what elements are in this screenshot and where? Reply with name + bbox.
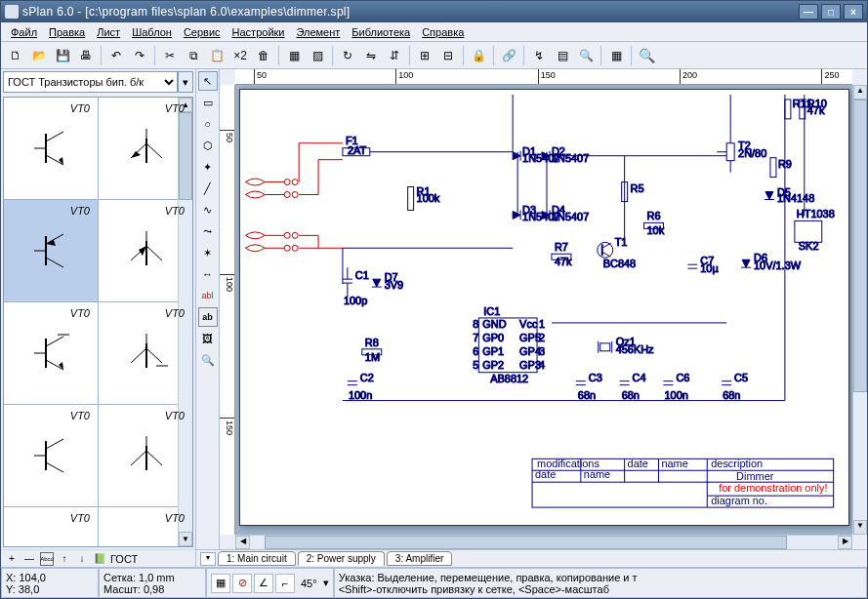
canvas-hscrollbar[interactable]: ◀ ▶ xyxy=(235,535,852,549)
add-icon[interactable]: + xyxy=(5,552,19,566)
hscroll-thumb[interactable] xyxy=(265,536,787,549)
group-button[interactable]: ⊞ xyxy=(414,45,435,66)
hscroll-right[interactable]: ▶ xyxy=(838,536,852,549)
vscroll-up[interactable]: ▲ xyxy=(853,85,867,100)
duplicate-button[interactable]: ×2 xyxy=(229,45,251,66)
svg-text:for demonstration only!: for demonstration only! xyxy=(719,482,827,494)
image-tool[interactable]: 🖼 xyxy=(198,329,218,348)
library-item[interactable]: VT0 xyxy=(4,302,99,404)
undo-button[interactable]: ↶ xyxy=(105,45,127,66)
dimension-tool[interactable]: ↔ xyxy=(198,264,218,284)
rotate-button[interactable]: ↻ xyxy=(337,45,358,66)
print-button[interactable]: 🖶 xyxy=(75,45,97,66)
up-icon[interactable]: ↑ xyxy=(58,552,71,566)
menu-help[interactable]: Справка xyxy=(416,24,470,40)
snap-angle-icon[interactable]: ∠ xyxy=(254,574,273,593)
library-item[interactable]: VT0 xyxy=(99,405,192,506)
mirror-h-button[interactable]: ⇋ xyxy=(360,45,382,66)
sheet-tab[interactable]: 1: Main circuit xyxy=(218,551,296,566)
circle-tool[interactable]: ○ xyxy=(198,114,218,134)
list-button[interactable]: ▤ xyxy=(552,45,573,66)
horizontal-ruler: 50 100 150 200 250 xyxy=(235,69,852,85)
remove-icon[interactable]: — xyxy=(22,552,36,566)
zoom-button[interactable]: 🔍 xyxy=(636,45,657,66)
menu-service[interactable]: Сервис xyxy=(178,24,227,40)
menu-template[interactable]: Шаблон xyxy=(126,24,178,40)
library-select[interactable]: ГОСТ Транзисторы бип. б/к xyxy=(3,71,178,93)
snap-grid-icon[interactable]: ▦ xyxy=(211,574,230,593)
cut-button[interactable]: ✂ xyxy=(159,45,181,66)
curve-tool[interactable]: ∿ xyxy=(198,200,218,220)
library-item[interactable]: VT0 xyxy=(4,405,99,506)
text-tool[interactable]: ab xyxy=(198,307,218,327)
save-button[interactable]: 💾 xyxy=(52,45,73,66)
bezier-tool[interactable]: ⤳ xyxy=(198,221,218,241)
abcd-icon[interactable]: Abcd xyxy=(40,552,54,566)
library-item[interactable]: VT0 xyxy=(99,200,192,301)
paste-button[interactable]: 📋 xyxy=(206,45,227,66)
poly-tool[interactable]: ⬡ xyxy=(198,136,218,155)
menu-library[interactable]: Библиотека xyxy=(346,24,416,40)
canvas-vscrollbar[interactable]: ▲ ▼ xyxy=(852,85,867,535)
link-button[interactable]: 🔗 xyxy=(498,45,519,66)
library-item[interactable]: VT0 xyxy=(99,302,192,404)
svg-point-110 xyxy=(598,242,613,258)
menu-file[interactable]: Файл xyxy=(5,24,43,40)
svg-text:R8: R8 xyxy=(365,337,379,348)
svg-text:C5: C5 xyxy=(734,372,748,383)
menu-element[interactable]: Элемент xyxy=(290,24,346,40)
canvas-viewport[interactable]: F12AT D11N5407 D21N5407 D31N5407 D41N540… xyxy=(235,85,852,535)
svg-text:GND: GND xyxy=(482,318,506,330)
sheets-menu-button[interactable]: ▾ xyxy=(200,552,216,566)
lock-button[interactable]: 🔒 xyxy=(468,45,489,66)
library-dropdown-button[interactable]: ▾ xyxy=(178,71,193,93)
renumber-button[interactable]: ↯ xyxy=(528,45,550,66)
svg-rect-82 xyxy=(726,143,734,161)
snap-ortho-icon[interactable]: ⊘ xyxy=(232,574,252,593)
rect-tool[interactable]: ▭ xyxy=(198,93,218,112)
to-back-button[interactable]: ▨ xyxy=(307,45,328,66)
library-item[interactable]: VT0 xyxy=(99,98,192,199)
library-item-selected[interactable]: VT0 xyxy=(4,200,99,301)
schematic-canvas[interactable]: F12AT D11N5407 D21N5407 D31N5407 D41N540… xyxy=(239,89,849,526)
zoom-tool[interactable]: 🔍 xyxy=(198,350,218,370)
open-button[interactable]: 📂 xyxy=(28,45,50,66)
book-icon[interactable]: 📗 xyxy=(93,552,106,566)
vscroll-down[interactable]: ▼ xyxy=(853,520,867,535)
special-tool[interactable]: ✦ xyxy=(198,157,218,177)
rubber-icon[interactable]: ⌐ xyxy=(275,574,295,593)
hscroll-left[interactable]: ◀ xyxy=(235,536,250,549)
label-tool[interactable]: abl xyxy=(198,286,218,305)
svg-text:date: date xyxy=(535,468,556,480)
menu-sheet[interactable]: Лист xyxy=(91,24,126,40)
vscroll-thumb[interactable] xyxy=(853,100,867,392)
menu-edit[interactable]: Правка xyxy=(43,24,91,40)
pointer-tool[interactable]: ↖ xyxy=(198,71,218,91)
svg-text:GP0: GP0 xyxy=(482,332,504,343)
new-button[interactable]: 🗋 xyxy=(5,45,26,66)
ungroup-button[interactable]: ⊟ xyxy=(437,45,459,66)
grid-button[interactable]: ▦ xyxy=(605,45,627,66)
search-button[interactable]: 🔍 xyxy=(575,45,597,66)
svg-point-42 xyxy=(292,192,298,198)
angle-dropdown-icon[interactable]: ▾ xyxy=(323,577,329,589)
menu-settings[interactable]: Настройки xyxy=(227,24,291,40)
close-button[interactable]: × xyxy=(844,4,863,20)
redo-button[interactable]: ↷ xyxy=(129,45,150,66)
line-tool[interactable]: ╱ xyxy=(198,179,218,198)
sheet-tab-active[interactable]: 2: Power supply xyxy=(298,551,385,566)
delete-button[interactable]: 🗑 xyxy=(253,45,274,66)
copy-button[interactable]: ⧉ xyxy=(183,45,204,66)
down-icon[interactable]: ↓ xyxy=(75,552,89,566)
svg-text:1M: 1M xyxy=(365,351,380,363)
mirror-v-button[interactable]: ⇵ xyxy=(384,45,405,66)
sheet-tab[interactable]: 3: Amplifier xyxy=(387,551,452,566)
to-front-button[interactable]: ▦ xyxy=(283,45,305,66)
minimize-button[interactable]: — xyxy=(799,4,818,20)
maximize-button[interactable]: □ xyxy=(821,4,841,20)
node-tool[interactable]: ✶ xyxy=(198,243,218,262)
library-item[interactable]: VT0 xyxy=(4,507,99,547)
titlebar[interactable]: sPlan 6.0 - [c:\program files\splan 6.0\… xyxy=(1,1,867,22)
library-item[interactable]: VT0 xyxy=(99,507,192,547)
library-item[interactable]: VT0 xyxy=(4,98,99,199)
